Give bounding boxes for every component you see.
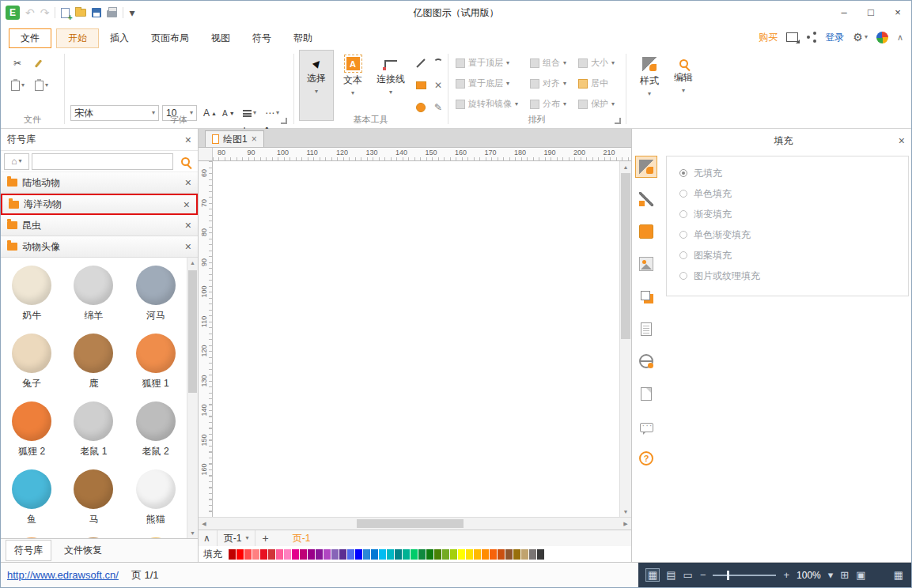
home-library-button[interactable]: ⌂▾: [4, 153, 29, 170]
symbol-item[interactable]: 狐狸 2: [1, 395, 62, 463]
symbol-item[interactable]: 老鼠 2: [125, 395, 187, 463]
edit-button[interactable]: 编辑 ▾: [668, 50, 698, 121]
category-animal-avatars[interactable]: 动物头像 ×: [1, 236, 198, 258]
color-swatch[interactable]: [442, 549, 449, 560]
color-swatch[interactable]: [260, 549, 267, 560]
tab-view[interactable]: 视图: [200, 28, 241, 48]
text-tool-button[interactable]: A 文本 ▾: [337, 50, 369, 121]
select-tool-button[interactable]: ► 选择 ▾: [299, 50, 334, 121]
color-swatch[interactable]: [237, 549, 244, 560]
fill-option[interactable]: 图案填充: [667, 245, 908, 266]
category-insects[interactable]: 昆虫 ×: [1, 215, 198, 236]
fill-bucket-icon[interactable]: [635, 156, 657, 178]
tab-file[interactable]: 文件: [9, 28, 51, 48]
fullscreen-icon[interactable]: ▣: [856, 570, 865, 580]
drawing-canvas[interactable]: [213, 161, 619, 517]
symbol-item[interactable]: 绵羊: [62, 259, 124, 327]
color-swatch[interactable]: [450, 549, 457, 560]
scrollbar-thumb[interactable]: [357, 519, 464, 528]
save-icon[interactable]: [92, 8, 101, 17]
symbol-item[interactable]: 奶牛: [1, 259, 62, 327]
zoom-dropdown-icon[interactable]: ▾: [828, 570, 834, 580]
line-tool-icon[interactable]: [414, 56, 428, 70]
close-tab-icon[interactable]: ×: [252, 134, 257, 145]
color-swatch[interactable]: [505, 549, 513, 560]
color-swatch[interactable]: [434, 549, 441, 560]
color-swatch[interactable]: [339, 549, 346, 560]
symbol-search-input[interactable]: [32, 153, 173, 170]
color-swatch[interactable]: [513, 549, 520, 560]
symbol-item[interactable]: [62, 531, 124, 538]
close-button[interactable]: ×: [884, 1, 911, 23]
color-swatch[interactable]: [355, 549, 362, 560]
gear-icon[interactable]: ⚙▾: [853, 31, 868, 43]
presentation-view-icon[interactable]: ▭: [683, 570, 693, 580]
fit-page-icon[interactable]: ⊞: [840, 570, 849, 580]
color-swatch[interactable]: [244, 549, 252, 560]
copy-icon[interactable]: ▾: [35, 78, 48, 92]
close-icon[interactable]: ×: [899, 134, 905, 147]
tab-home[interactable]: 开始: [56, 28, 99, 48]
color-swatch[interactable]: [395, 549, 402, 560]
color-swatch[interactable]: [284, 549, 291, 560]
grid-icon[interactable]: ▦: [894, 570, 903, 580]
color-swatch[interactable]: [466, 549, 473, 560]
minimize-button[interactable]: –: [831, 1, 857, 23]
shape-style-icon[interactable]: [635, 220, 657, 243]
line-style-icon[interactable]: [635, 188, 657, 210]
color-swatch[interactable]: [537, 549, 544, 560]
scroll-up-icon[interactable]: ▲: [620, 161, 631, 172]
arrange-button[interactable]: 大小▾: [578, 55, 615, 71]
color-swatch[interactable]: [347, 549, 354, 560]
new-document-icon[interactable]: [61, 8, 70, 18]
arrange-button[interactable]: 居中: [578, 75, 615, 92]
add-page-button[interactable]: +: [262, 532, 268, 545]
export-icon[interactable]: [786, 32, 798, 42]
tab-symbols[interactable]: 符号: [241, 28, 282, 48]
fill-option[interactable]: 渐变填充: [667, 204, 908, 224]
search-button[interactable]: [176, 153, 195, 170]
color-swatch[interactable]: [426, 549, 433, 560]
scroll-right-icon[interactable]: ▶: [620, 518, 631, 530]
symbol-item[interactable]: 狐狸 1: [125, 327, 187, 395]
color-swatch[interactable]: [521, 549, 528, 560]
color-swatch[interactable]: [324, 549, 331, 560]
pen-tool-icon[interactable]: ✎: [431, 100, 445, 115]
symbol-scrollbar[interactable]: ▲ ▼: [187, 258, 198, 538]
website-link[interactable]: http://www.edrawsoft.cn/: [7, 569, 119, 581]
color-swatch[interactable]: [276, 549, 283, 560]
fill-option[interactable]: 单色填充: [667, 183, 908, 204]
note-icon[interactable]: [635, 318, 657, 340]
scrollbar-thumb[interactable]: [621, 173, 630, 339]
page-icon[interactable]: [635, 383, 657, 405]
color-swatch[interactable]: [529, 549, 536, 560]
tab-help[interactable]: 帮助: [282, 28, 324, 48]
scrollbar-thumb[interactable]: [188, 270, 197, 393]
symbol-item[interactable]: 鹿: [62, 327, 124, 395]
style-button[interactable]: 样式 ▾: [634, 50, 665, 121]
print-icon[interactable]: [107, 9, 117, 17]
close-icon[interactable]: ×: [185, 134, 191, 146]
active-page-label[interactable]: 页-1: [293, 532, 311, 545]
document-tab[interactable]: 绘图1 ×: [205, 130, 264, 147]
symbol-item[interactable]: 兔子: [1, 327, 62, 395]
hyperlink-globe-icon[interactable]: [635, 350, 657, 372]
zoom-slider[interactable]: [713, 575, 776, 576]
arrange-button[interactable]: 分布▾: [530, 96, 566, 112]
color-swatch[interactable]: [308, 549, 315, 560]
maximize-button[interactable]: □: [857, 1, 884, 23]
page-tab[interactable]: 页-1 ▾: [217, 530, 256, 546]
font-dialog-launcher-icon[interactable]: [281, 118, 287, 124]
cut-icon[interactable]: ✂: [13, 56, 21, 70]
login-link[interactable]: 登录: [825, 31, 844, 44]
collapse-ribbon-icon[interactable]: ∧: [897, 32, 903, 43]
arrange-button[interactable]: 置于顶层▾: [456, 55, 518, 71]
share-icon[interactable]: [807, 36, 810, 39]
color-swatch[interactable]: [316, 549, 323, 560]
scroll-up-icon[interactable]: ▲: [187, 258, 198, 268]
arrange-windows-icon[interactable]: [635, 285, 657, 307]
color-swatch[interactable]: [363, 549, 370, 560]
close-icon[interactable]: ×: [185, 219, 191, 232]
undo-icon[interactable]: ↶: [25, 6, 35, 19]
color-swatch[interactable]: [474, 549, 481, 560]
